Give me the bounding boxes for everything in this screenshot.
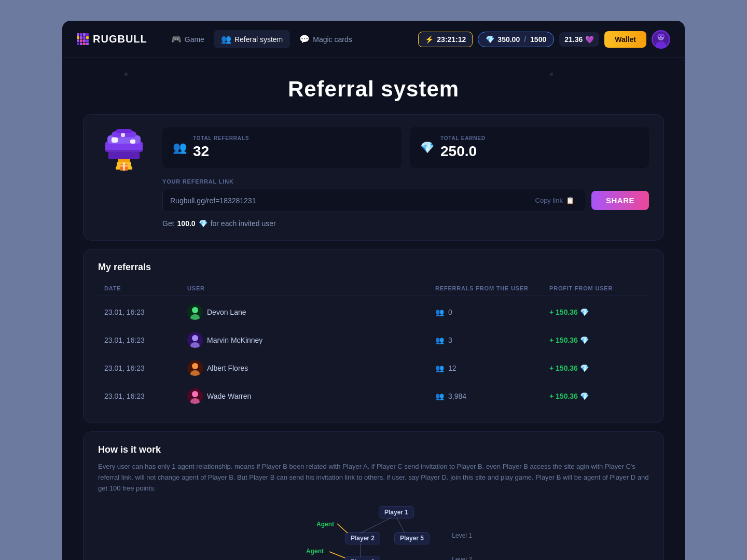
share-button[interactable]: SHARE <box>591 191 649 210</box>
table-row[interactable]: 23.01, 16:23 Albert Flores 👥 12 + 150.36… <box>98 354 649 382</box>
referral-link-text: Rugbull.gg/ref=183281231 <box>170 197 256 205</box>
copy-link-button[interactable]: Copy link 📋 <box>531 194 578 206</box>
stats-row: 👥 TOTAL REFERRALS 32 💎 TOTAL EaRNED 250.… <box>162 127 649 168</box>
gem-small-badge: 21.36 💜 <box>559 32 599 47</box>
nav-referral[interactable]: 👥 Referal system <box>214 30 290 48</box>
referral-count: 3,984 <box>448 392 466 400</box>
svg-rect-15 <box>116 129 132 133</box>
cell-user: Marvin McKinney <box>187 332 435 348</box>
svg-rect-22 <box>120 165 128 166</box>
profit-value: + 150.36 <box>549 364 578 372</box>
diagram-level2: Level 2 <box>452 556 472 560</box>
cell-profit: + 150.36 💎 <box>549 392 643 400</box>
wallet-button[interactable]: Wallet <box>604 31 646 48</box>
diagram-agent1: Agent <box>316 521 334 528</box>
total-earned-value: 250.0 <box>440 143 486 160</box>
how-title: How is it work <box>98 444 649 455</box>
svg-line-40 <box>329 552 345 558</box>
svg-point-27 <box>192 335 198 341</box>
page-title: Referral system <box>83 77 664 102</box>
earn-gem-icon: 💎 <box>199 219 208 228</box>
cell-user: Devon Lane <box>187 304 435 320</box>
diagram-player3: Player 3 <box>345 556 380 560</box>
nav-game[interactable]: 🎮 Game <box>164 30 212 48</box>
svg-rect-7 <box>663 35 665 37</box>
cell-user: Wade Warren <box>187 388 435 404</box>
diagram-player1: Player 1 <box>379 506 414 519</box>
referral-card: 👥 TOTAL REFERRALS 32 💎 TOTAL EaRNED 250.… <box>83 114 664 241</box>
table-row[interactable]: 23.01, 16:23 Wade Warren 👥 3,984 + 150.3… <box>98 382 649 410</box>
logo-pixels <box>77 33 89 45</box>
svg-rect-16 <box>112 137 118 143</box>
profit-gem-icon: 💎 <box>580 392 589 400</box>
total-earned-box: 💎 TOTAL EaRNED 250.0 <box>410 127 649 168</box>
user-name: Albert Flores <box>207 364 248 372</box>
svg-point-4 <box>661 36 663 37</box>
table-row[interactable]: 23.01, 16:23 Devon Lane 👥 0 + 150.36 💎 <box>98 298 649 326</box>
copy-icon: 📋 <box>566 197 574 204</box>
referrals-count-icon: 👥 <box>435 336 444 344</box>
navbar: RUGBULL 🎮 Game 👥 Referal system 💬 Magic … <box>62 21 685 58</box>
diagram-agent2: Agent <box>306 548 324 555</box>
logo[interactable]: RUGBULL <box>77 33 147 45</box>
user-avatar <box>187 332 203 348</box>
referral-count: 3 <box>448 336 452 344</box>
profit-value: + 150.36 <box>549 308 578 316</box>
profit-value: + 150.36 <box>549 392 578 400</box>
user-avatar <box>187 360 203 376</box>
referral-table-body: 23.01, 16:23 Devon Lane 👥 0 + 150.36 💎 <box>98 298 649 410</box>
total-referrals-label: TOTAL REFERRALS <box>193 135 249 141</box>
gem-small-icon: 💜 <box>585 35 594 44</box>
cell-profit: + 150.36 💎 <box>549 364 643 372</box>
game-icon: 🎮 <box>171 34 182 44</box>
nav-links: 🎮 Game 👥 Referal system 💬 Magic cards <box>164 30 419 48</box>
cell-date: 23.01, 16:23 <box>104 308 187 316</box>
referral-count: 12 <box>448 364 457 372</box>
timer-badge: ⚡ 23:21:12 <box>418 32 473 47</box>
table-header: DATE USER REFERRALS FROM THE USER PROFIT… <box>98 281 649 296</box>
avatar[interactable] <box>652 30 670 49</box>
cell-date: 23.01, 16:23 <box>104 392 187 400</box>
earn-info: Get 100.0 💎 for each invited user <box>162 219 649 228</box>
col-date: DATE <box>104 285 187 291</box>
svg-point-30 <box>192 363 198 369</box>
referrals-table-card: My referrals DATE USER REFERRALS FROM TH… <box>83 249 664 423</box>
bolt-icon: ⚡ <box>425 35 434 44</box>
diagram-player2: Player 2 <box>345 532 380 544</box>
referral-link-label: YOUR REFERRAL LINK <box>162 178 649 185</box>
earn-amount: 100.0 <box>177 219 196 228</box>
cell-referrals: 👥 12 <box>435 364 549 372</box>
cell-referrals: 👥 3,984 <box>435 392 549 400</box>
diagram-player5: Player 5 <box>394 532 430 544</box>
profit-value: + 150.36 <box>549 336 578 344</box>
svg-line-36 <box>397 517 405 533</box>
cell-date: 23.01, 16:23 <box>104 336 187 344</box>
cell-referrals: 👥 0 <box>435 308 549 316</box>
logo-text: RUGBULL <box>93 33 147 45</box>
referrals-count-icon: 👥 <box>435 364 444 372</box>
currency-badge: 💎 350.00 / 1500 <box>478 32 554 47</box>
how-text: Every user can has only 1 agent relation… <box>98 461 649 494</box>
referral-link-section: YOUR REFERRAL LINK Rugbull.gg/ref=183281… <box>162 178 649 228</box>
svg-point-24 <box>192 307 198 313</box>
referral-link-row: Rugbull.gg/ref=183281231 Copy link 📋 SHA… <box>162 189 649 212</box>
table-row[interactable]: 23.01, 16:23 Marvin McKinney 👥 3 + 150.3… <box>98 326 649 354</box>
referral-count: 0 <box>448 308 452 316</box>
profit-gem-icon: 💎 <box>580 336 589 344</box>
total-referrals-box: 👥 TOTAL REFERRALS 32 <box>162 127 402 168</box>
cell-profit: + 150.36 💎 <box>549 308 643 316</box>
referrals-stat-icon: 👥 <box>173 141 187 155</box>
nav-right: ⚡ 23:21:12 💎 350.00 / 1500 21.36 💜 Walle… <box>418 30 670 49</box>
how-it-works-card: How is it work Every user can has only 1… <box>83 431 664 560</box>
user-name: Wade Warren <box>207 392 251 400</box>
svg-rect-5 <box>658 34 664 36</box>
user-name: Devon Lane <box>207 308 246 316</box>
mushroom-container <box>98 127 150 174</box>
mushroom-icon <box>101 127 147 174</box>
col-user: USER <box>187 285 435 291</box>
diagram-level1: Level 1 <box>452 532 472 539</box>
svg-rect-18 <box>121 133 125 137</box>
svg-rect-17 <box>130 139 135 144</box>
user-avatar <box>187 388 203 404</box>
nav-magic-cards[interactable]: 💬 Magic cards <box>292 30 359 48</box>
